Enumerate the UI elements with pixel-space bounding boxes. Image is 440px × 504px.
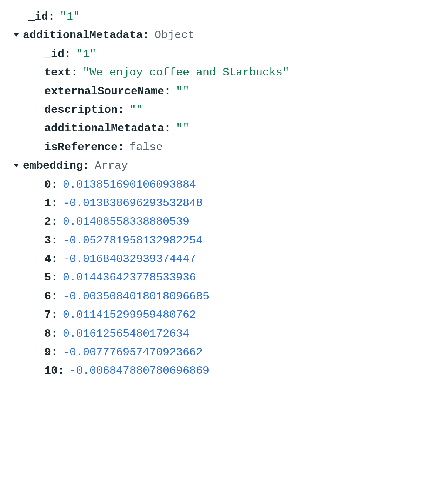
field-value-number: 0.014436423778533936 <box>63 268 196 287</box>
array-index: 7 <box>44 306 51 324</box>
field-value-number: 0.013851690106093884 <box>63 175 196 194</box>
field-colon: : <box>51 343 58 362</box>
field-row-meta-additionalMetadata[interactable]: additionalMetadata: "" <box>7 119 433 138</box>
field-value-string: "" <box>176 82 189 101</box>
field-colon: : <box>51 194 58 212</box>
field-row-embedding[interactable]: embedding: Array <box>7 157 433 175</box>
field-colon: : <box>51 231 58 250</box>
field-value-string: "We enjoy coffee and Starbucks" <box>83 63 289 82</box>
array-item-row[interactable]: 2:0.01408558338880539 <box>7 212 433 231</box>
field-colon: : <box>48 7 55 26</box>
array-index: 3 <box>44 231 51 250</box>
field-value-number: -0.007776957470923662 <box>63 343 203 362</box>
field-colon: : <box>71 63 78 82</box>
array-item-row[interactable]: 8:0.01612565480172634 <box>7 325 433 343</box>
field-row-meta-isReference[interactable]: isReference: false <box>7 138 433 157</box>
field-colon: : <box>143 26 149 44</box>
array-item-row[interactable]: 6:-0.0035084018018096685 <box>7 287 433 306</box>
array-item-row[interactable]: 10:-0.006847880780696869 <box>7 362 433 380</box>
field-value-string: "" <box>176 119 189 138</box>
field-key: additionalMetadata <box>23 26 143 44</box>
array-item-row[interactable]: 1:-0.013838696293532848 <box>7 194 433 212</box>
field-value-number: -0.01684032939374447 <box>63 250 196 268</box>
field-row-meta-externalSourceName[interactable]: externalSourceName: "" <box>7 82 433 101</box>
array-index: 0 <box>44 175 51 194</box>
field-row-meta-description[interactable]: description: "" <box>7 101 433 119</box>
array-index: 4 <box>44 250 51 268</box>
field-key: embedding <box>23 157 83 175</box>
field-key: description <box>44 101 118 119</box>
field-row-additionalMetadata[interactable]: additionalMetadata: Object <box>7 26 433 44</box>
field-key: _id <box>28 7 48 26</box>
field-row-id[interactable]: _id: "1" <box>7 7 433 26</box>
array-index: 2 <box>44 212 51 231</box>
field-value-number: -0.0035084018018096685 <box>63 287 209 306</box>
field-colon: : <box>64 45 71 63</box>
field-value-type: Object <box>155 26 194 44</box>
field-colon: : <box>164 119 171 138</box>
field-value-number: -0.052781958132982254 <box>63 231 203 250</box>
array-item-row[interactable]: 3:-0.052781958132982254 <box>7 231 433 250</box>
field-colon: : <box>51 306 58 324</box>
field-colon: : <box>164 82 171 101</box>
array-index: 1 <box>44 194 51 212</box>
field-value-number: -0.006847880780696869 <box>70 362 209 380</box>
array-item-row[interactable]: 5:0.014436423778533936 <box>7 268 433 287</box>
field-colon: : <box>51 268 58 287</box>
field-value-boolean: false <box>129 138 163 157</box>
field-colon: : <box>118 138 124 157</box>
field-colon: : <box>118 101 124 119</box>
field-colon: : <box>83 157 89 175</box>
array-item-row[interactable]: 7:0.011415299959480762 <box>7 306 433 324</box>
field-value-number: 0.011415299959480762 <box>63 306 196 324</box>
field-colon: : <box>51 325 58 343</box>
embedding-list: 0:0.0138516901060938841:-0.0138386962935… <box>7 175 433 380</box>
field-row-meta-text[interactable]: text: "We enjoy coffee and Starbucks" <box>7 63 433 82</box>
field-colon: : <box>58 362 64 380</box>
field-colon: : <box>51 287 58 306</box>
field-value-string: "" <box>129 101 143 119</box>
array-item-row[interactable]: 4:-0.01684032939374447 <box>7 250 433 268</box>
array-index: 5 <box>44 268 51 287</box>
caret-down-icon[interactable] <box>13 33 19 37</box>
field-key: externalSourceName <box>44 82 164 101</box>
field-colon: : <box>51 250 58 268</box>
field-key: _id <box>44 45 64 63</box>
array-item-row[interactable]: 0:0.013851690106093884 <box>7 175 433 194</box>
array-item-row[interactable]: 9:-0.007776957470923662 <box>7 343 433 362</box>
field-value-number: 0.01612565480172634 <box>63 325 189 343</box>
field-value-string: "1" <box>76 45 96 63</box>
field-value-number: 0.01408558338880539 <box>63 212 189 231</box>
field-key: additionalMetadata <box>44 119 164 138</box>
field-value-string: "1" <box>60 7 80 26</box>
caret-down-icon[interactable] <box>13 164 19 167</box>
field-row-meta-id[interactable]: _id: "1" <box>7 45 433 63</box>
array-index: 6 <box>44 287 51 306</box>
field-key: isReference <box>44 138 118 157</box>
field-value-number: -0.013838696293532848 <box>63 194 203 212</box>
array-index: 9 <box>44 343 51 362</box>
field-value-type: Array <box>95 157 128 175</box>
field-colon: : <box>51 175 58 194</box>
array-index: 10 <box>44 362 58 380</box>
array-index: 8 <box>44 325 51 343</box>
document-tree: _id: "1" additionalMetadata: Object _id:… <box>7 7 433 380</box>
field-key: text <box>44 63 71 82</box>
field-colon: : <box>51 212 58 231</box>
